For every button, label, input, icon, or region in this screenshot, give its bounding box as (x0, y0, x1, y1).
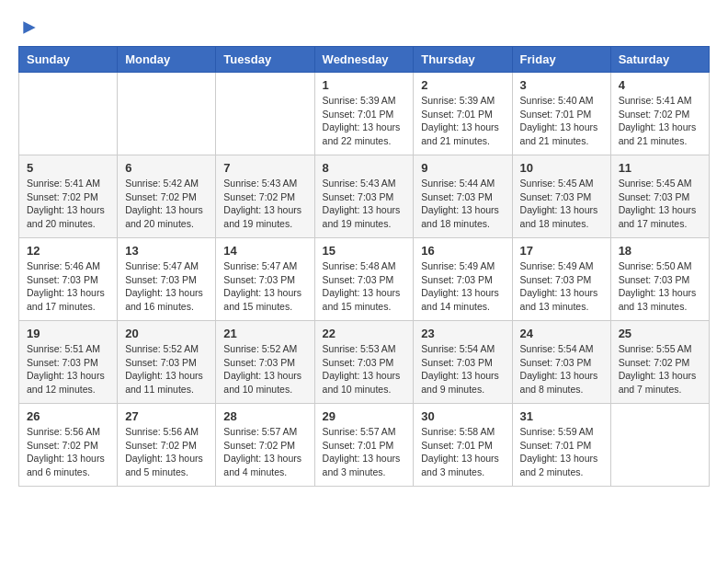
day-number: 4 (619, 78, 701, 92)
calendar-cell: 28 Sunrise: 5:57 AMSunset: 7:02 PMDaylig… (216, 404, 314, 487)
day-info: Sunrise: 5:49 AMSunset: 7:03 PMDaylight:… (520, 259, 603, 314)
calendar-cell: 9 Sunrise: 5:44 AMSunset: 7:03 PMDayligh… (414, 155, 512, 238)
weekday-thursday: Thursday (414, 47, 512, 73)
day-info: Sunrise: 5:49 AMSunset: 7:03 PMDaylight:… (421, 259, 504, 314)
day-number: 10 (520, 161, 603, 175)
day-number: 13 (125, 244, 208, 258)
day-number: 27 (125, 409, 208, 423)
day-number: 6 (125, 161, 208, 175)
day-number: 21 (223, 327, 306, 340)
day-number: 31 (520, 409, 603, 423)
calendar-cell (118, 73, 216, 155)
day-number: 8 (323, 161, 406, 175)
day-info: Sunrise: 5:39 AMSunset: 7:01 PMDaylight:… (421, 94, 504, 148)
day-info: Sunrise: 5:47 AMSunset: 7:03 PMDaylight:… (125, 259, 208, 314)
day-number: 28 (223, 409, 306, 423)
calendar-cell: 4 Sunrise: 5:41 AMSunset: 7:02 PMDayligh… (610, 73, 709, 155)
day-info: Sunrise: 5:54 AMSunset: 7:03 PMDaylight:… (421, 342, 504, 396)
calendar-cell: 24 Sunrise: 5:54 AMSunset: 7:03 PMDaylig… (512, 321, 610, 404)
day-info: Sunrise: 5:52 AMSunset: 7:03 PMDaylight:… (223, 342, 306, 396)
day-info: Sunrise: 5:57 AMSunset: 7:01 PMDaylight:… (323, 425, 406, 479)
day-info: Sunrise: 5:59 AMSunset: 7:01 PMDaylight:… (520, 425, 603, 479)
day-info: Sunrise: 5:41 AMSunset: 7:02 PMDaylight:… (619, 94, 701, 148)
calendar-table: SundayMondayTuesdayWednesdayThursdayFrid… (18, 46, 710, 487)
calendar-cell: 3 Sunrise: 5:40 AMSunset: 7:01 PMDayligh… (512, 73, 610, 155)
day-info: Sunrise: 5:50 AMSunset: 7:03 PMDaylight:… (619, 259, 701, 314)
day-info: Sunrise: 5:41 AMSunset: 7:02 PMDaylight:… (27, 177, 109, 231)
calendar-cell: 11 Sunrise: 5:45 AMSunset: 7:03 PMDaylig… (610, 155, 709, 238)
day-number: 17 (520, 244, 603, 258)
day-info: Sunrise: 5:42 AMSunset: 7:02 PMDaylight:… (125, 177, 208, 231)
day-number: 25 (619, 327, 701, 340)
weekday-tuesday: Tuesday (216, 47, 314, 73)
calendar-cell: 1 Sunrise: 5:39 AMSunset: 7:01 PMDayligh… (314, 73, 414, 155)
day-number: 20 (125, 327, 208, 340)
day-number: 2 (421, 78, 504, 92)
calendar-cell: 19 Sunrise: 5:51 AMSunset: 7:03 PMDaylig… (19, 321, 118, 404)
day-info: Sunrise: 5:53 AMSunset: 7:03 PMDaylight:… (323, 342, 406, 396)
logo (18, 18, 39, 37)
day-number: 15 (323, 244, 406, 258)
calendar-cell (216, 73, 314, 155)
day-info: Sunrise: 5:44 AMSunset: 7:03 PMDaylight:… (421, 177, 504, 231)
calendar-cell: 5 Sunrise: 5:41 AMSunset: 7:02 PMDayligh… (19, 155, 118, 238)
day-number: 30 (421, 409, 504, 423)
day-info: Sunrise: 5:43 AMSunset: 7:02 PMDaylight:… (223, 177, 306, 231)
calendar-cell: 22 Sunrise: 5:53 AMSunset: 7:03 PMDaylig… (314, 321, 414, 404)
day-number: 12 (27, 244, 109, 258)
day-info: Sunrise: 5:40 AMSunset: 7:01 PMDaylight:… (520, 94, 603, 148)
day-info: Sunrise: 5:54 AMSunset: 7:03 PMDaylight:… (520, 342, 603, 396)
day-number: 16 (421, 244, 504, 258)
day-number: 19 (27, 327, 109, 340)
day-number: 29 (323, 409, 406, 423)
day-number: 11 (619, 161, 701, 175)
day-number: 18 (619, 244, 701, 258)
calendar-cell: 7 Sunrise: 5:43 AMSunset: 7:02 PMDayligh… (216, 155, 314, 238)
weekday-sunday: Sunday (19, 47, 118, 73)
day-info: Sunrise: 5:45 AMSunset: 7:03 PMDaylight:… (619, 177, 701, 231)
calendar-cell (610, 404, 709, 487)
calendar-cell: 13 Sunrise: 5:47 AMSunset: 7:03 PMDaylig… (118, 238, 216, 321)
calendar-cell: 2 Sunrise: 5:39 AMSunset: 7:01 PMDayligh… (414, 73, 512, 155)
calendar-cell: 12 Sunrise: 5:46 AMSunset: 7:03 PMDaylig… (19, 238, 118, 321)
calendar-cell: 10 Sunrise: 5:45 AMSunset: 7:03 PMDaylig… (512, 155, 610, 238)
day-number: 9 (421, 161, 504, 175)
day-number: 3 (520, 78, 603, 92)
calendar-cell: 23 Sunrise: 5:54 AMSunset: 7:03 PMDaylig… (414, 321, 512, 404)
calendar-week-3: 12 Sunrise: 5:46 AMSunset: 7:03 PMDaylig… (19, 238, 710, 321)
day-info: Sunrise: 5:56 AMSunset: 7:02 PMDaylight:… (125, 425, 208, 479)
logo-icon (20, 18, 39, 37)
day-number: 1 (323, 78, 406, 92)
day-info: Sunrise: 5:48 AMSunset: 7:03 PMDaylight:… (323, 259, 406, 314)
day-info: Sunrise: 5:55 AMSunset: 7:02 PMDaylight:… (619, 342, 701, 396)
calendar-cell: 18 Sunrise: 5:50 AMSunset: 7:03 PMDaylig… (610, 238, 709, 321)
calendar-cell: 31 Sunrise: 5:59 AMSunset: 7:01 PMDaylig… (512, 404, 610, 487)
day-info: Sunrise: 5:57 AMSunset: 7:02 PMDaylight:… (223, 425, 306, 479)
day-info: Sunrise: 5:46 AMSunset: 7:03 PMDaylight:… (27, 259, 109, 314)
day-number: 26 (27, 409, 109, 423)
day-number: 24 (520, 327, 603, 340)
calendar-cell: 29 Sunrise: 5:57 AMSunset: 7:01 PMDaylig… (314, 404, 414, 487)
calendar-cell: 27 Sunrise: 5:56 AMSunset: 7:02 PMDaylig… (118, 404, 216, 487)
calendar-cell: 15 Sunrise: 5:48 AMSunset: 7:03 PMDaylig… (314, 238, 414, 321)
calendar-week-5: 26 Sunrise: 5:56 AMSunset: 7:02 PMDaylig… (19, 404, 710, 487)
calendar-cell: 30 Sunrise: 5:58 AMSunset: 7:01 PMDaylig… (414, 404, 512, 487)
calendar-cell: 17 Sunrise: 5:49 AMSunset: 7:03 PMDaylig… (512, 238, 610, 321)
day-number: 22 (323, 327, 406, 340)
page-header (18, 18, 710, 37)
weekday-monday: Monday (118, 47, 216, 73)
weekday-wednesday: Wednesday (314, 47, 414, 73)
calendar-cell (19, 73, 118, 155)
calendar-cell: 26 Sunrise: 5:56 AMSunset: 7:02 PMDaylig… (19, 404, 118, 487)
calendar-week-4: 19 Sunrise: 5:51 AMSunset: 7:03 PMDaylig… (19, 321, 710, 404)
calendar-cell: 25 Sunrise: 5:55 AMSunset: 7:02 PMDaylig… (610, 321, 709, 404)
calendar-cell: 14 Sunrise: 5:47 AMSunset: 7:03 PMDaylig… (216, 238, 314, 321)
svg-marker-0 (23, 21, 35, 33)
day-info: Sunrise: 5:45 AMSunset: 7:03 PMDaylight:… (520, 177, 603, 231)
day-info: Sunrise: 5:39 AMSunset: 7:01 PMDaylight:… (323, 94, 406, 148)
calendar-week-1: 1 Sunrise: 5:39 AMSunset: 7:01 PMDayligh… (19, 73, 710, 155)
day-number: 14 (223, 244, 306, 258)
day-number: 7 (223, 161, 306, 175)
weekday-saturday: Saturday (610, 47, 709, 73)
weekday-friday: Friday (512, 47, 610, 73)
